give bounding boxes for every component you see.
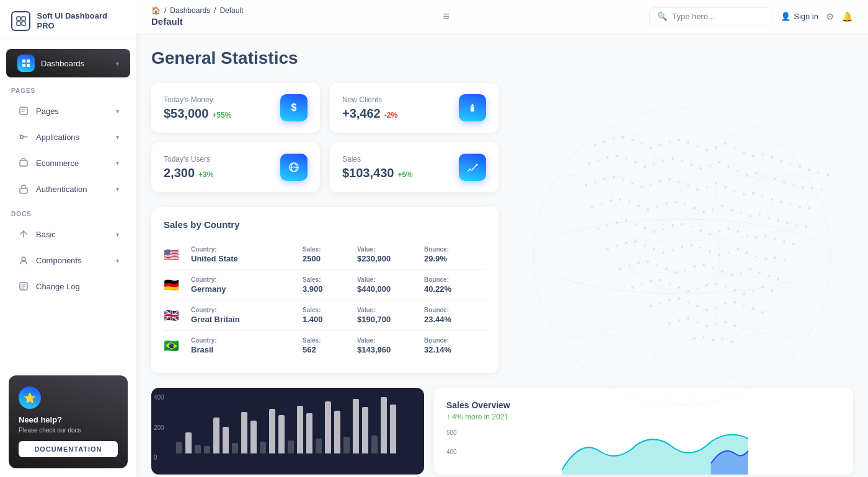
stat-card-todays-users: Today's Users 2,300 +3% xyxy=(151,142,320,192)
documentation-button[interactable]: DOCUMENTATION xyxy=(19,441,118,457)
svg-point-140 xyxy=(719,231,720,233)
bar xyxy=(334,411,340,453)
svg-point-194 xyxy=(697,288,699,290)
sidebar-item-dashboards[interactable]: Dashboards ▾ xyxy=(6,49,130,77)
stat-card-new-clients: New Clients +3,462 -2% xyxy=(330,83,498,133)
menu-toggle[interactable]: ≡ xyxy=(443,10,450,23)
bell-icon[interactable]: 🔔 xyxy=(841,11,853,22)
sidebar-item-components-label: Components xyxy=(36,256,82,265)
stat-clients-icon xyxy=(459,94,486,121)
dashboards-icon xyxy=(17,55,35,72)
svg-point-85 xyxy=(650,184,652,186)
sidebar-item-basic[interactable]: Basic ▾ xyxy=(6,222,130,246)
svg-point-171 xyxy=(637,261,640,264)
svg-point-197 xyxy=(725,286,727,287)
breadcrumb-current: Default xyxy=(219,6,243,15)
svg-point-187 xyxy=(631,286,634,289)
sidebar-item-changelog-label: Change Log xyxy=(36,282,80,291)
svg-point-182 xyxy=(740,272,742,274)
svg-point-133 xyxy=(653,230,655,233)
svg-point-208 xyxy=(696,305,699,307)
svg-point-229 xyxy=(730,341,733,343)
sidebar-item-authentication[interactable]: Authentication ▾ xyxy=(6,177,130,201)
svg-point-62 xyxy=(681,160,683,162)
svg-point-107 xyxy=(629,201,631,203)
bar xyxy=(297,406,303,453)
svg-point-163 xyxy=(737,248,739,250)
hamburger-icon: ≡ xyxy=(443,10,450,23)
sidebar-item-ecommerce[interactable]: Ecommerce ▾ xyxy=(6,151,130,175)
value-br: Value: $143,960 xyxy=(357,337,419,354)
svg-point-91 xyxy=(706,186,708,188)
bar xyxy=(260,442,266,453)
stat-clients-label: New Clients xyxy=(342,95,397,104)
sidebar-item-pages[interactable]: Pages ▾ xyxy=(6,99,130,123)
svg-point-221 xyxy=(715,324,717,326)
svg-point-212 xyxy=(733,301,736,304)
sign-in-button[interactable]: 👤 Sign in xyxy=(781,12,818,21)
country-gb: Country: Great Britain xyxy=(191,307,298,324)
sidebar-item-applications[interactable]: Applications ▾ xyxy=(6,125,130,149)
svg-point-75 xyxy=(802,186,804,188)
svg-point-224 xyxy=(743,328,745,330)
pages-section-label: PAGES xyxy=(0,79,136,98)
svg-point-218 xyxy=(687,317,689,320)
svg-point-32 xyxy=(650,147,652,149)
svg-point-116 xyxy=(712,209,714,211)
bar-chart-area: 400 200 0 xyxy=(176,394,418,468)
svg-point-124 xyxy=(786,222,789,224)
svg-point-130 xyxy=(625,219,627,222)
svg-point-159 xyxy=(700,247,702,249)
flag-us: 🇺🇸 xyxy=(164,247,186,262)
changelog-icon xyxy=(17,280,30,292)
bar xyxy=(316,439,322,453)
svg-point-215 xyxy=(761,311,764,313)
svg-point-39 xyxy=(715,146,717,149)
country-us: Country: United State xyxy=(191,246,298,263)
svg-point-21 xyxy=(575,109,789,404)
stat-money-value: $53,000 xyxy=(164,107,208,121)
sidebar-item-changelog[interactable]: Change Log xyxy=(6,274,130,298)
overview-chart-area: 500 400 xyxy=(446,426,841,475)
overview-subtitle: ↑ 4% more in 2021 xyxy=(446,413,841,421)
page-title-breadcrumb: Default xyxy=(151,16,243,27)
svg-point-114 xyxy=(693,207,696,209)
svg-point-33 xyxy=(659,144,662,146)
svg-point-143 xyxy=(746,235,748,237)
user-icon: 👤 xyxy=(781,12,790,21)
svg-point-14 xyxy=(533,108,831,405)
svg-point-48 xyxy=(799,165,801,168)
svg-point-54 xyxy=(606,156,609,159)
gear-icon[interactable]: ⚙ xyxy=(826,11,834,22)
svg-point-223 xyxy=(733,325,736,327)
search-box[interactable]: 🔍 xyxy=(649,7,773,25)
svg-point-186 xyxy=(777,278,779,280)
bar xyxy=(185,432,192,453)
svg-point-214 xyxy=(752,307,755,310)
search-input[interactable] xyxy=(672,12,765,21)
applications-icon xyxy=(17,131,30,143)
sidebar-item-components[interactable]: Components ▾ xyxy=(6,248,130,272)
stat-sales-icon xyxy=(459,154,486,181)
help-subtitle: Please check our docs xyxy=(19,427,118,434)
bounce-de: Bounce: 40.22% xyxy=(424,276,486,294)
svg-point-119 xyxy=(740,212,742,214)
svg-point-168 xyxy=(784,260,786,261)
svg-point-220 xyxy=(706,325,708,327)
svg-point-96 xyxy=(752,192,755,195)
applications-chevron: ▾ xyxy=(116,134,119,141)
svg-point-79 xyxy=(595,182,596,183)
svg-point-202 xyxy=(771,289,773,292)
svg-point-51 xyxy=(826,173,829,176)
svg-point-228 xyxy=(722,338,724,340)
svg-point-58 xyxy=(644,165,646,168)
svg-point-99 xyxy=(780,201,782,203)
table-row: 🇺🇸 Country: United State Sales: 2500 Val… xyxy=(164,240,486,270)
svg-point-174 xyxy=(665,268,668,270)
svg-point-82 xyxy=(622,179,624,181)
svg-point-154 xyxy=(653,248,655,250)
svg-point-100 xyxy=(790,204,792,206)
sales-de: Sales: 3.900 xyxy=(303,276,352,294)
svg-point-61 xyxy=(671,157,674,160)
svg-point-46 xyxy=(780,159,782,162)
